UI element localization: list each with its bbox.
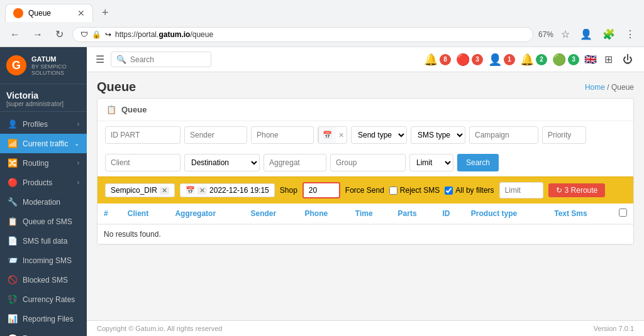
bookmark-button[interactable]: ☆ [558, 26, 572, 43]
reroute-date-remove[interactable]: ✕ [197, 187, 207, 195]
breadcrumb-home[interactable]: Home [585, 83, 605, 92]
reroute-limit-input[interactable] [499, 182, 543, 198]
priority-input[interactable] [542, 126, 586, 144]
sidebar-item-current-traffic[interactable]: 📶 Current traffic ⌄ [0, 134, 87, 153]
page-title: Queue [97, 80, 136, 94]
queue-panel: 📋 Queue 📅 ✕ Send type SM [97, 98, 634, 245]
notification-btn-5[interactable]: 🟢 3 [552, 53, 579, 67]
sidebar-item-currency-rates[interactable]: 💱 Currency Rates [0, 290, 87, 309]
sidebar-item-blocked-sms[interactable]: 🚫 Blocked SMS [0, 270, 87, 290]
page-header: Queue Home / Queue [87, 72, 644, 98]
send-type-select[interactable]: Send type [351, 126, 407, 144]
col-time[interactable]: Time [349, 203, 392, 224]
new-tab-button[interactable]: + [97, 4, 114, 22]
table-body: No results found. [97, 224, 633, 244]
calendar-icon[interactable]: 📅 [318, 127, 336, 143]
sidebar-item-queue-sms[interactable]: 📋 Queue of SMS [0, 212, 87, 231]
notification-btn-4[interactable]: 🔔 2 [520, 53, 547, 67]
tab-favicon [13, 8, 23, 18]
sidebar-item-routing[interactable]: 🔀 Routing › [0, 153, 87, 173]
select-all-checkbox[interactable] [619, 209, 627, 217]
hamburger-menu[interactable]: ☰ [96, 53, 104, 65]
col-product-type[interactable]: Product type [465, 203, 548, 224]
top-bar-right: 🔔 8 🔴 3 👤 1 🔔 2 🟢 3 [424, 51, 635, 68]
no-results-row: No results found. [97, 224, 633, 244]
refresh-button[interactable]: ↻ [52, 26, 67, 43]
sidebar-item-sms-full[interactable]: 📄 SMS full data [0, 231, 87, 251]
sidebar-logo: G GATUM BY SEMPICO SOLUTIONS [0, 47, 87, 84]
search-icon: 🔍 [116, 55, 126, 64]
reject-sms-checkbox[interactable] [389, 187, 397, 195]
sidebar-item-responses[interactable]: 💬 Responses › [0, 328, 87, 336]
col-aggregator[interactable]: Aggregator [169, 203, 244, 224]
col-parts[interactable]: Parts [392, 203, 436, 224]
no-results-text: No results found. [97, 224, 633, 244]
address-bar[interactable]: 🛡 🔒 ↪ https://portal.gatum.io/queue [72, 27, 533, 42]
col-sender[interactable]: Sender [244, 203, 298, 224]
browser-chrome: Queue ✕ + ← → ↻ 🛡 🔒 ↪ https://portal.gat… [0, 0, 644, 47]
date-clear-x[interactable]: ✕ [336, 131, 347, 139]
limit-select[interactable]: Limit [409, 154, 453, 171]
reject-sms-label[interactable]: Reject SMS [389, 186, 440, 195]
col-text-sms[interactable]: Text Sms [548, 203, 613, 224]
sms-type-select[interactable]: SMS type [411, 126, 465, 144]
col-num: # [97, 203, 121, 224]
sidebar-item-incoming-sms[interactable]: 📨 Incoming SMS [0, 251, 87, 270]
sender-input[interactable] [184, 126, 247, 144]
col-id[interactable]: ID [436, 203, 465, 224]
id-part-input[interactable] [105, 126, 180, 144]
table-header-row: # Client Aggregator Sender Phone Time Pa… [97, 203, 633, 224]
aggregat-input[interactable] [264, 154, 326, 171]
currency-icon: 💱 [8, 295, 18, 304]
destination-select[interactable]: Destination [184, 154, 260, 171]
zoom-level: 67% [538, 30, 553, 39]
all-by-filters-checkbox[interactable] [445, 187, 453, 195]
phone-input[interactable] [251, 126, 314, 144]
results-table-container: # Client Aggregator Sender Phone Time Pa… [97, 203, 633, 244]
col-client[interactable]: Client [121, 203, 169, 224]
filter-row-1: 📅 ✕ Send type SMS type [97, 121, 633, 149]
notification-btn-3[interactable]: 👤 1 [488, 53, 515, 67]
sidebar-label-reporting: Reporting Files [23, 315, 74, 323]
address-icon: ↪ [105, 30, 111, 39]
grid-button[interactable]: ⊞ [602, 51, 615, 68]
campaign-input[interactable] [469, 126, 538, 144]
reroute-button[interactable]: ↻ 3 Reroute [548, 183, 606, 197]
browser-tab[interactable]: Queue ✕ [5, 4, 93, 22]
notification-btn-1[interactable]: 🔔 8 [424, 53, 451, 67]
profile-button[interactable]: 👤 [577, 26, 595, 43]
url-display[interactable]: https://portal.gatum.io/queue [115, 30, 525, 39]
lock-icon: 🔒 [92, 30, 101, 39]
sidebar-item-reporting-files[interactable]: 📊 Reporting Files [0, 309, 87, 328]
shield-icon: 🛡 [80, 30, 88, 39]
chevron-icon: › [77, 179, 79, 186]
tab-close-button[interactable]: ✕ [77, 8, 85, 18]
sidebar-item-moderation[interactable]: 🔧 Moderation [0, 192, 87, 212]
notification-btn-2[interactable]: 🔴 3 [456, 53, 483, 67]
forward-button[interactable]: → [29, 26, 47, 43]
menu-button[interactable]: ⋮ [623, 26, 638, 43]
back-button[interactable]: ← [6, 26, 24, 43]
reroute-tag-remove[interactable]: ✕ [160, 187, 169, 195]
reroute-tag-value: Sempico_DIR [111, 186, 157, 195]
group-input[interactable] [330, 154, 406, 171]
extensions-button[interactable]: 🧩 [600, 26, 618, 43]
incoming-icon: 📨 [8, 256, 18, 265]
search-input[interactable] [130, 55, 206, 64]
reroute-btn-icon: ↻ [556, 186, 562, 195]
badge-2: 3 [472, 54, 483, 65]
all-by-filters-label[interactable]: All by filters [445, 186, 494, 195]
queue-icon: 📋 [8, 217, 18, 226]
reroute-quantity-input[interactable] [303, 182, 340, 198]
chevron-icon: › [77, 121, 79, 127]
notification-icon-1: 🔔 [424, 53, 438, 67]
products-icon: 🔴 [8, 178, 18, 187]
client-input[interactable] [105, 154, 180, 171]
sidebar-item-profiles[interactable]: 👤 Profiles › [0, 114, 87, 134]
logout-button[interactable]: ⏻ [620, 51, 635, 68]
search-button[interactable]: Search [457, 154, 499, 171]
sidebar-item-products[interactable]: 🔴 Products › [0, 173, 87, 192]
logo-text-block: GATUM BY SEMPICO SOLUTIONS [31, 55, 80, 76]
reject-sms-text: Reject SMS [400, 186, 440, 195]
col-phone[interactable]: Phone [299, 203, 349, 224]
